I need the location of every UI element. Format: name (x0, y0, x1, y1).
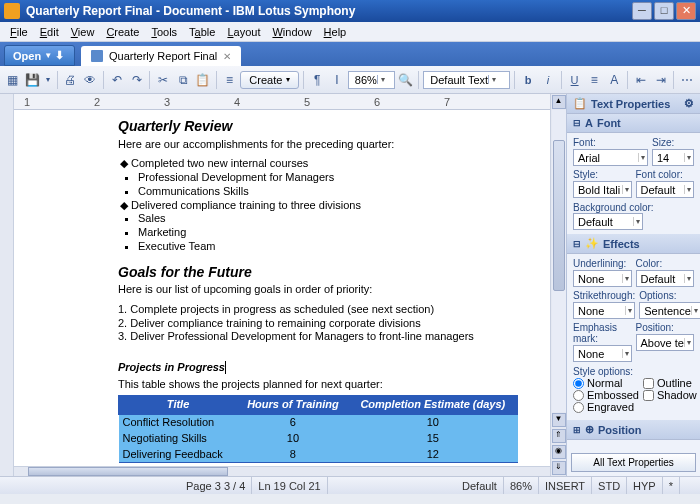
panel-menu-icon[interactable]: ⚙ (684, 97, 694, 110)
menu-edit[interactable]: Edit (34, 24, 65, 40)
open-button[interactable]: Open▼⬇ (4, 45, 75, 66)
opt-engraved[interactable] (573, 402, 584, 413)
underline-select[interactable]: None▾ (573, 270, 632, 287)
section-font[interactable]: ⊟ A Font (567, 114, 700, 133)
horizontal-scrollbar[interactable] (14, 466, 550, 476)
close-tab-icon[interactable]: ✕ (223, 51, 231, 62)
scrollbar-thumb[interactable] (28, 467, 228, 476)
list-item: 2. Deliver compliance training to remain… (118, 317, 518, 331)
opt-embossed[interactable] (573, 390, 584, 401)
ruler[interactable]: 1234567 (14, 94, 550, 110)
list-item: ◆ Completed two new internal courses Pro… (120, 157, 518, 198)
strike-opt-select[interactable]: Sentence▾ (639, 302, 700, 319)
menu-view[interactable]: View (65, 24, 101, 40)
status-std: STD (592, 477, 627, 494)
save-dropdown-icon[interactable]: ▾ (44, 70, 53, 90)
scroll-down-icon[interactable]: ▼ (552, 413, 566, 427)
opt-normal[interactable] (573, 378, 584, 389)
section-position[interactable]: ⊞ ⊕ Position (567, 420, 700, 440)
table-row: Negotiating Skills1015 (119, 431, 518, 447)
nav-icon[interactable]: ◉ (552, 445, 566, 459)
print-icon[interactable]: 🖨 (61, 70, 79, 90)
left-margin (0, 94, 14, 476)
maximize-button[interactable]: □ (654, 2, 674, 20)
nonprinting-icon[interactable]: ¶ (308, 70, 326, 90)
paste-icon[interactable]: 📋 (194, 70, 212, 90)
menu-table[interactable]: Table (183, 24, 221, 40)
section-effects[interactable]: ⊟ ✨ Effects (567, 234, 700, 254)
panel-title[interactable]: 📋 Text Properties⚙ (567, 94, 700, 114)
projects-table: TitleHours of TrainingCompletion Estimat… (118, 395, 518, 466)
menu-file[interactable]: File (4, 24, 34, 40)
style-combo[interactable]: Default Text▾ (423, 71, 510, 89)
font-select[interactable]: Arial▾ (573, 149, 648, 166)
col-header: Hours of Training (238, 396, 349, 415)
list-icon[interactable]: ≡ (221, 70, 239, 90)
table-row: Conflict Resolution610 (119, 415, 518, 431)
status-zoom[interactable]: 86% (504, 477, 539, 494)
bg-color-select[interactable]: Default▾ (573, 213, 643, 230)
body-text: Here is our list of upcoming goals in or… (118, 283, 518, 297)
table-row: Delivering Feedback812 (119, 447, 518, 463)
copy-icon[interactable]: ⧉ (174, 70, 192, 90)
list-item: 3. Deliver Professional Development for … (118, 330, 518, 344)
body-text: This table shows the projects planned fo… (118, 378, 518, 392)
document-icon (91, 50, 103, 62)
menubar: File Edit View Create Tools Table Layout… (0, 22, 700, 42)
menu-window[interactable]: Window (266, 24, 317, 40)
more-icon[interactable]: ⋯ (678, 70, 696, 90)
menu-help[interactable]: Help (318, 24, 353, 40)
emphasis-pos-select[interactable]: Above te▾ (636, 334, 695, 351)
new-icon[interactable]: ▦ (4, 70, 22, 90)
menu-create[interactable]: Create (100, 24, 145, 40)
status-default: Default (456, 477, 504, 494)
ul-color-select[interactable]: Default▾ (636, 270, 695, 287)
page-up-icon[interactable]: ⇑ (552, 429, 566, 443)
page-down-icon[interactable]: ⇓ (552, 461, 566, 475)
body-text: Here are our accomplishments for the pre… (118, 138, 518, 152)
document-tab[interactable]: Quarterly Report Final ✕ (81, 46, 241, 66)
all-text-properties-button[interactable]: All Text Properties (571, 453, 696, 472)
scroll-up-icon[interactable]: ▲ (552, 95, 566, 109)
bold-icon[interactable]: b (519, 70, 537, 90)
size-select[interactable]: 14▾ (652, 149, 694, 166)
opt-shadow[interactable] (643, 390, 654, 401)
zoom-button[interactable]: 🔍 (397, 70, 415, 90)
text-cursor (225, 361, 226, 374)
underline-icon[interactable]: U (566, 70, 584, 90)
scrollbar-thumb[interactable] (553, 140, 565, 291)
style-select[interactable]: Bold Itali▾ (573, 181, 632, 198)
menu-layout[interactable]: Layout (221, 24, 266, 40)
indent-icon[interactable]: ⇥ (652, 70, 670, 90)
zoom-combo[interactable]: 86%▾ (348, 71, 395, 89)
redo-icon[interactable]: ↷ (128, 70, 146, 90)
font-color-icon[interactable]: A (605, 70, 623, 90)
menu-tools[interactable]: Tools (145, 24, 183, 40)
close-button[interactable]: ✕ (676, 2, 696, 20)
heading: Quarterly Review (118, 118, 518, 136)
status-insert[interactable]: INSERT (539, 477, 592, 494)
cursor-icon[interactable]: I (328, 70, 346, 90)
undo-icon[interactable]: ↶ (108, 70, 126, 90)
vertical-scrollbar[interactable]: ▲ ▼ ⇑ ◉ ⇓ (550, 94, 566, 476)
document-area: 1234567 Quarterly Review Here are our ac… (14, 94, 550, 476)
minimize-button[interactable]: ─ (632, 2, 652, 20)
font-color-select[interactable]: Default▾ (636, 181, 695, 198)
italic-icon[interactable]: i (539, 70, 557, 90)
col-header: Title (119, 396, 238, 415)
outdent-icon[interactable]: ⇤ (632, 70, 650, 90)
preview-icon[interactable]: 👁 (81, 70, 99, 90)
save-icon[interactable]: 💾 (24, 70, 42, 90)
create-button[interactable]: Create▾ (240, 71, 299, 89)
app-icon (4, 3, 20, 19)
chevron-down-icon: ▼ (44, 51, 52, 60)
heading: Projects in Progress (118, 358, 518, 376)
align-left-icon[interactable]: ≡ (585, 70, 603, 90)
strike-select[interactable]: None▾ (573, 302, 635, 319)
opt-outline[interactable] (643, 378, 654, 389)
cut-icon[interactable]: ✂ (154, 70, 172, 90)
titlebar: Quarterly Report Final - Document - IBM … (0, 0, 700, 22)
page-canvas[interactable]: Quarterly Review Here are our accomplish… (14, 110, 550, 466)
emphasis-select[interactable]: None▾ (573, 345, 632, 362)
properties-panel: 📋 Text Properties⚙ ⊟ A Font Font:Arial▾ … (566, 94, 700, 476)
